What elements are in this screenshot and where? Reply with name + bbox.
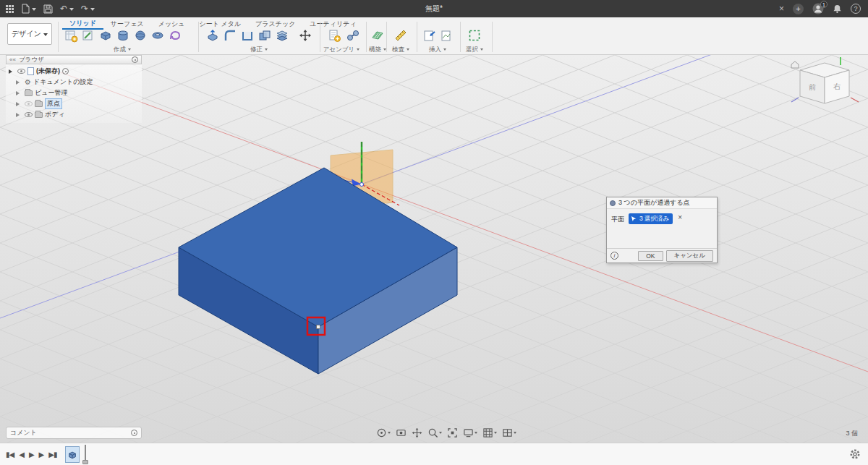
construction-plane-icon[interactable] bbox=[369, 27, 386, 44]
browser-item-label[interactable]: ドキュメントの設定 bbox=[33, 77, 93, 87]
grid-settings-button[interactable] bbox=[481, 427, 498, 439]
file-menu-icon[interactable] bbox=[21, 4, 36, 14]
sphere-primitive-icon[interactable] bbox=[132, 27, 149, 44]
timeline-marker[interactable] bbox=[82, 445, 88, 464]
clear-selection-icon[interactable]: × bbox=[678, 213, 682, 221]
browser-item-origin[interactable]: 原点 bbox=[6, 98, 142, 109]
coil-primitive-icon[interactable] bbox=[166, 27, 184, 44]
visibility-eye-icon[interactable] bbox=[25, 112, 33, 117]
combine-icon[interactable] bbox=[256, 27, 273, 44]
expand-icon[interactable] bbox=[16, 80, 22, 85]
browser-item-label[interactable]: ビュー管理 bbox=[35, 88, 67, 98]
insert-mesh-icon[interactable] bbox=[438, 27, 456, 44]
group-label-inspect[interactable]: 検査 bbox=[385, 46, 417, 54]
visibility-eye-icon[interactable] bbox=[25, 101, 33, 106]
browser-header[interactable]: «« ブラウザ bbox=[6, 55, 142, 64]
command-icon bbox=[610, 200, 616, 206]
expand-icon[interactable] bbox=[16, 102, 22, 106]
pan-button[interactable] bbox=[410, 427, 424, 439]
folder-icon bbox=[25, 90, 33, 96]
new-tab-button[interactable]: + bbox=[793, 4, 804, 14]
expand-icon[interactable] bbox=[16, 113, 22, 117]
toolbar-separator bbox=[492, 22, 493, 52]
folder-icon bbox=[35, 101, 43, 107]
browser-item-label[interactable]: 原点 bbox=[45, 98, 62, 109]
edit-sketch-icon[interactable] bbox=[80, 27, 97, 44]
browser-item-document[interactable]: (未保存) bbox=[6, 66, 142, 77]
view-cube[interactable]: 前 右 bbox=[790, 57, 859, 118]
viewcube-front-label[interactable]: 前 bbox=[809, 83, 816, 91]
vertex-marker[interactable] bbox=[317, 325, 320, 329]
comment-bar[interactable]: コメント bbox=[6, 427, 142, 439]
zoom-button[interactable] bbox=[426, 427, 443, 439]
timeline-settings-gear-icon[interactable] bbox=[849, 448, 861, 460]
panel-options-icon[interactable] bbox=[131, 430, 137, 436]
app-grid-icon[interactable] bbox=[6, 5, 14, 13]
browser-item-label[interactable]: ボディ bbox=[45, 110, 65, 119]
bell-icon[interactable] bbox=[833, 4, 842, 14]
save-icon[interactable] bbox=[43, 4, 53, 14]
look-at-button[interactable] bbox=[394, 427, 408, 439]
step-forward-button[interactable]: ▶ bbox=[39, 451, 44, 458]
ok-button[interactable]: OK bbox=[638, 251, 663, 261]
group-label-insert[interactable]: 挿入 bbox=[417, 46, 459, 54]
activate-radio-icon[interactable] bbox=[62, 68, 69, 74]
fillet-icon[interactable] bbox=[221, 27, 239, 44]
offset-face-icon[interactable] bbox=[273, 27, 291, 44]
display-settings-button[interactable] bbox=[461, 427, 479, 439]
workspace-selector[interactable]: デザイン bbox=[7, 23, 52, 45]
origin-point[interactable] bbox=[360, 183, 364, 187]
play-button[interactable]: ▶ bbox=[29, 451, 34, 458]
press-pull-icon[interactable] bbox=[204, 27, 221, 44]
expand-icon[interactable] bbox=[9, 69, 14, 74]
cylinder-primitive-icon[interactable] bbox=[114, 27, 132, 44]
skip-to-start-button[interactable]: ▮◀ bbox=[6, 451, 14, 458]
measure-icon[interactable] bbox=[392, 27, 409, 44]
dialog-header[interactable]: 3 つの平面が通過する点 bbox=[607, 197, 717, 209]
step-back-button[interactable]: ◀ bbox=[19, 451, 24, 458]
info-icon[interactable]: i bbox=[610, 252, 618, 260]
titlebar: ↶ ↷ 無題* × + 1 ? bbox=[0, 0, 868, 17]
visibility-eye-icon[interactable] bbox=[17, 69, 25, 74]
home-icon[interactable] bbox=[791, 61, 799, 68]
browser-item-view-management[interactable]: ビュー管理 bbox=[6, 88, 142, 98]
timeline-feature-box[interactable] bbox=[65, 446, 80, 463]
viewcube-right-label[interactable]: 右 bbox=[833, 82, 841, 90]
collapse-icon[interactable]: «« bbox=[9, 56, 16, 63]
torus-primitive-icon[interactable] bbox=[149, 27, 166, 44]
new-component-icon[interactable] bbox=[326, 27, 343, 44]
move-copy-icon[interactable] bbox=[297, 27, 314, 44]
viewports-button[interactable] bbox=[501, 427, 518, 439]
comment-label: コメント bbox=[10, 428, 37, 438]
panel-options-icon[interactable] bbox=[132, 56, 138, 63]
selection-chip[interactable]: 3 選択済み bbox=[629, 213, 673, 224]
viewcube-x-axis bbox=[851, 98, 859, 102]
cursor-icon bbox=[631, 216, 637, 222]
redo-icon[interactable]: ↷ bbox=[81, 0, 95, 17]
close-tab-icon[interactable]: × bbox=[779, 4, 784, 14]
group-label-select[interactable]: 選択 bbox=[459, 46, 490, 54]
undo-icon[interactable]: ↶ bbox=[60, 0, 74, 17]
group-label-modify[interactable]: 修正 bbox=[204, 46, 314, 54]
shell-icon[interactable] bbox=[239, 27, 256, 44]
viewcube-z-axis bbox=[791, 98, 799, 102]
skip-to-end-button[interactable]: ▶▮ bbox=[48, 451, 56, 458]
browser-item-bodies[interactable]: ボディ bbox=[6, 109, 142, 120]
browser-item-label[interactable]: (未保存) bbox=[36, 67, 60, 76]
insert-derive-icon[interactable] bbox=[421, 27, 438, 44]
fit-button[interactable] bbox=[446, 427, 459, 439]
orbit-button[interactable] bbox=[375, 427, 392, 439]
ribbon-toolbar: デザイン ソリッド サーフェス メッシュ シート メタル プラスチック ユーティ… bbox=[0, 17, 868, 55]
group-label-create[interactable]: 作成 bbox=[62, 46, 182, 54]
joint-icon[interactable] bbox=[344, 27, 362, 44]
group-label-assemble[interactable]: アセンブリ bbox=[317, 46, 366, 54]
expand-icon[interactable] bbox=[16, 91, 22, 95]
create-sketch-icon[interactable] bbox=[62, 27, 80, 44]
box-primitive-icon[interactable] bbox=[97, 27, 114, 44]
help-icon[interactable]: ? bbox=[851, 4, 861, 14]
cancel-button[interactable]: キャンセル bbox=[666, 250, 714, 262]
browser-item-doc-settings[interactable]: ⚙ ドキュメントの設定 bbox=[6, 77, 142, 88]
select-tool-icon[interactable] bbox=[466, 27, 483, 44]
avatar[interactable]: 1 bbox=[812, 3, 824, 14]
dialog-title: 3 つの平面が通過する点 bbox=[618, 198, 690, 208]
